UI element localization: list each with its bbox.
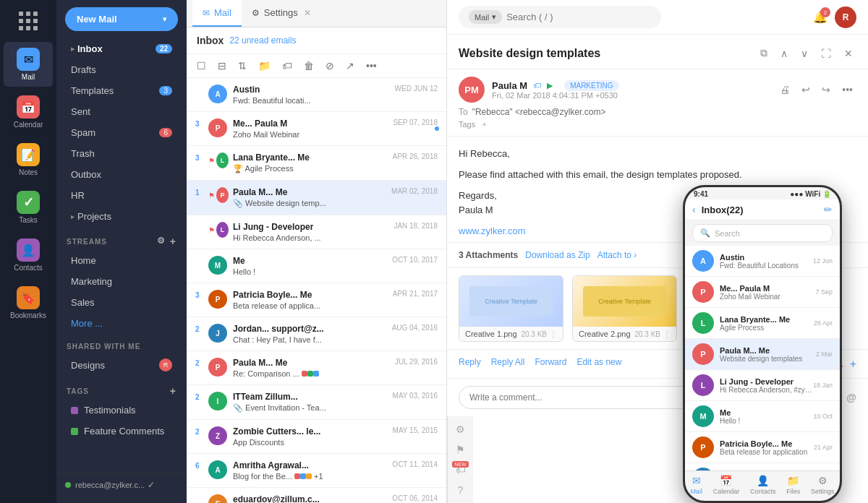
expand-icon[interactable]: ⛶ xyxy=(817,46,835,61)
phone-nav-contacts[interactable]: 👤 Contacts xyxy=(750,475,776,495)
sidebar-item-bookmarks[interactable]: 🔖 Bookmarks xyxy=(4,280,53,325)
checkbox-icon[interactable]: ☐ xyxy=(194,59,209,73)
search-input[interactable] xyxy=(506,12,651,22)
user-avatar[interactable]: R xyxy=(835,7,856,28)
download-zip-link[interactable]: Download as Zip xyxy=(525,250,590,260)
attach-to-link[interactable]: Attach to › xyxy=(597,250,637,260)
nav-item-outbox[interactable]: Outbox xyxy=(61,165,182,184)
streams-actions[interactable]: ⚙ + xyxy=(157,236,176,247)
list-item[interactable]: J Jordan... support@zylker Chat: Hey Pat… xyxy=(685,463,840,470)
filter-icon[interactable]: ⊟ xyxy=(215,59,229,73)
edit-as-new-link[interactable]: Edit as new xyxy=(576,357,621,371)
nav-item-designs[interactable]: Designs R xyxy=(61,354,182,376)
flag-sidebar-icon[interactable]: ⚑ xyxy=(456,444,465,455)
nav-item-home[interactable]: Home xyxy=(61,251,182,270)
app-grid-icon[interactable] xyxy=(14,7,42,35)
search-type-dropdown[interactable]: Mail ▾ xyxy=(469,10,502,24)
website-link[interactable]: www.zylker.com xyxy=(459,225,525,236)
close-detail-icon[interactable]: ✕ xyxy=(841,46,856,61)
streams-add-icon[interactable]: + xyxy=(170,236,176,247)
popout-icon[interactable]: ⧉ xyxy=(757,45,771,61)
sidebar-item-mail[interactable]: ✉ Mail xyxy=(4,42,53,87)
print-icon[interactable]: 🖨 xyxy=(776,82,793,98)
nav-item-testimonials[interactable]: Testimonials xyxy=(61,400,182,420)
table-row[interactable]: 2 Z Zombie Cutters... le... App Discount… xyxy=(187,420,446,454)
table-row[interactable]: 3 P Me... Paula M Zoho Mail Webinar SEP … xyxy=(187,112,446,146)
list-item[interactable]: Creative Template Creative 1.png 20.3 KB… xyxy=(459,275,563,342)
table-row[interactable]: A Austin Fwd: Beautiful locati... WED JU… xyxy=(187,78,446,112)
nav-item-templates[interactable]: Templates 3 xyxy=(61,81,182,100)
phone-nav-settings[interactable]: ⚙ Settings xyxy=(811,475,835,495)
more-options-icon[interactable]: ••• xyxy=(838,82,856,98)
forward-icon[interactable]: ↗ xyxy=(343,59,357,73)
block-icon[interactable]: ⊘ xyxy=(323,59,337,73)
nav-item-drafts[interactable]: Drafts xyxy=(61,60,182,79)
table-row[interactable]: ⚑ L Li Jung - Developer Hi Rebecca Ander… xyxy=(187,215,446,249)
nav-item-spam[interactable]: Spam 6 xyxy=(61,123,182,142)
forward-btn-icon[interactable]: ↪ xyxy=(818,82,834,98)
phone-back-icon[interactable]: ‹ xyxy=(692,204,696,215)
nav-item-more[interactable]: More ... xyxy=(61,314,182,333)
sidebar-item-tasks[interactable]: ✓ Tasks xyxy=(4,185,53,230)
table-row[interactable]: M Me Hello ! OCT 10, 2017 xyxy=(187,249,446,283)
phone-nav-files[interactable]: 📁 Files xyxy=(786,475,800,495)
table-row[interactable]: 2 J Jordan... support@z... Chat : Hey Pa… xyxy=(187,317,446,351)
more-icon[interactable]: ••• xyxy=(363,59,380,73)
nav-item-inbox[interactable]: ▸ Inbox 22 xyxy=(61,39,182,59)
table-row[interactable]: 6 A Amritha Agrawal... Blog for the Be..… xyxy=(187,454,446,488)
tab-settings[interactable]: ⚙ Settings ✕ xyxy=(242,0,321,27)
table-row[interactable]: E eduardov@zillum.c... 1 DRAFT 📎 Some sn… xyxy=(187,488,446,503)
reply-all-link[interactable]: Reply All xyxy=(491,357,525,371)
search-dropdown[interactable]: Mail ▾ xyxy=(469,10,502,24)
at-icon[interactable]: @ xyxy=(846,392,856,403)
list-item[interactable]: Creative Template Creative 2.png 20.3 KB… xyxy=(572,275,677,342)
table-row[interactable]: 3 P Patricia Boyle... Me Beta release of… xyxy=(187,283,446,317)
tab-close-icon[interactable]: ✕ xyxy=(304,8,311,18)
nav-item-sent[interactable]: Sent xyxy=(61,102,182,121)
new-badge-icon[interactable]: 🏷 NEW xyxy=(456,464,466,476)
forward-link[interactable]: Forward xyxy=(535,357,566,371)
list-item[interactable]: L Lana Bryante... Me Agile Process 26 Ap… xyxy=(685,308,840,339)
sidebar-item-calendar[interactable]: 📅 Calendar xyxy=(4,90,53,134)
list-item[interactable]: P Paula M... Me Website design templates… xyxy=(685,339,840,370)
nav-item-hr[interactable]: HR xyxy=(61,186,182,205)
reply-icon[interactable]: ↩ xyxy=(798,82,814,98)
phone-nav-calendar[interactable]: 📅 Calendar xyxy=(713,475,740,495)
list-item[interactable]: P Me... Paula M Zoho Mail Webinar 7 Sep xyxy=(685,277,840,308)
table-row[interactable]: 1 ⚑ P Paula M... Me 📎 Website design tem… xyxy=(187,181,446,215)
table-row[interactable]: 2 P Paula M... Me Re: Comparison ... JUL… xyxy=(187,351,446,385)
next-email-icon[interactable]: ∨ xyxy=(797,46,812,61)
sidebar-item-contacts[interactable]: 👤 Contacts xyxy=(4,233,53,278)
phone-nav-mail[interactable]: ✉ Mail xyxy=(690,475,702,495)
nav-item-marketing[interactable]: Marketing xyxy=(61,272,182,291)
attachment-menu-icon[interactable]: ⋮ xyxy=(550,330,557,338)
reply-link[interactable]: Reply xyxy=(459,357,481,371)
table-row[interactable]: 3 ⚑ L Lana Bryante... Me 🏆 Agile Process… xyxy=(187,146,446,181)
add-tag-icon[interactable]: + xyxy=(482,120,486,129)
question-sidebar-icon[interactable]: ? xyxy=(458,484,464,496)
new-mail-button[interactable]: New Mail ▾ xyxy=(65,7,178,31)
folder-icon[interactable]: 📁 xyxy=(255,59,273,73)
tags-add-icon[interactable]: + xyxy=(170,385,176,397)
phone-compose-icon[interactable]: ✏ xyxy=(824,204,833,215)
list-item[interactable]: L Li Jung - Developer Hi Rebecca Anderso… xyxy=(685,370,840,401)
tag-icon[interactable]: 🏷 xyxy=(279,59,295,73)
nav-item-trash[interactable]: Trash xyxy=(61,144,182,163)
list-item[interactable]: M Me Hello ! 10 Oct xyxy=(685,401,840,432)
table-row[interactable]: 2 I ITTeam Zillum... 📎 Event Invitation … xyxy=(187,385,446,420)
nav-item-projects[interactable]: ▸ Projects xyxy=(61,207,182,226)
user-info[interactable]: rebecca@zylker.c... ✓ xyxy=(56,473,187,496)
delete-icon[interactable]: 🗑 xyxy=(301,59,317,73)
notification-button[interactable]: 🔔 2 xyxy=(813,10,827,24)
list-item[interactable]: P Patricia Boyle... Me Beta release for … xyxy=(685,432,840,463)
tab-mail[interactable]: ✉ Mail xyxy=(192,0,242,27)
sort-icon[interactable]: ⇅ xyxy=(235,59,250,73)
phone-search-bar[interactable]: 🔍 Search xyxy=(692,224,833,242)
sidebar-item-notes[interactable]: 📝 Notes xyxy=(4,137,53,182)
nav-item-sales[interactable]: Sales xyxy=(61,293,182,312)
settings-sidebar-icon[interactable]: ⚙ xyxy=(456,424,465,435)
nav-item-feature-comments[interactable]: Feature Comments xyxy=(61,421,182,441)
prev-email-icon[interactable]: ∧ xyxy=(777,46,791,61)
list-item[interactable]: A Austin Fwd: Beautiful Locations 12 Jun xyxy=(685,246,840,277)
add-icon[interactable]: + xyxy=(850,358,856,371)
